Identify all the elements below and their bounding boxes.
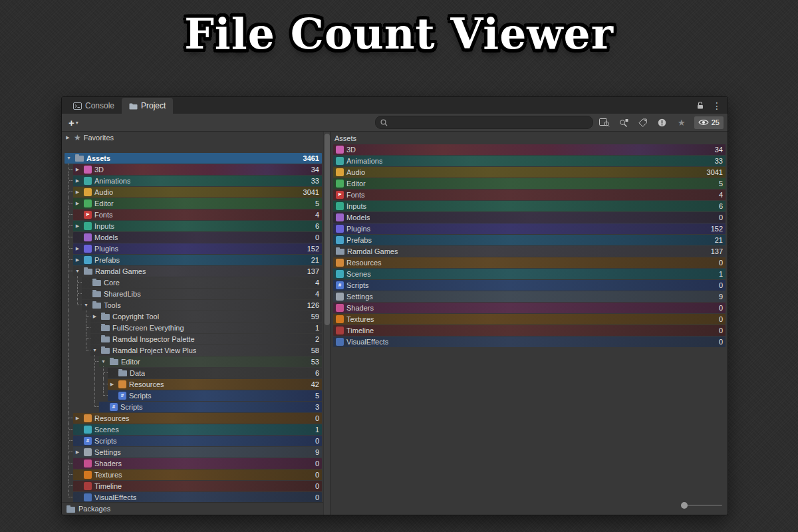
tree-item[interactable]: ▶3D34 [62, 164, 323, 175]
tree-item[interactable]: Models0 [62, 231, 323, 243]
tree-item[interactable]: ▼Editor53 [62, 356, 323, 367]
list-item[interactable]: Scenes1 [331, 268, 728, 279]
icon-size-slider[interactable] [681, 501, 722, 509]
expand-arrow-icon[interactable]: ▶ [65, 135, 71, 140]
kebab-menu-icon[interactable]: ⋮ [712, 101, 722, 110]
tree-item[interactable]: ▶Editor5 [62, 198, 323, 209]
list-item[interactable]: Settings9 [331, 291, 728, 302]
list-item[interactable]: Plugins152 [331, 223, 728, 234]
tree-item[interactable]: ▶Copyright Tool59 [62, 311, 323, 322]
slider-track[interactable] [684, 505, 722, 506]
list-item[interactable]: Resources0 [331, 257, 728, 268]
scripts-icon: # [110, 403, 118, 411]
list-item[interactable]: Editor5 [331, 178, 728, 189]
expand-arrow-icon[interactable]: ▶ [108, 382, 116, 387]
tree-item[interactable]: #Scripts0 [62, 435, 323, 446]
tree-item-favorites[interactable]: ▶ ★ Favorites [62, 132, 323, 143]
slider-knob[interactable] [681, 502, 688, 509]
count-bar: Inputs6 [333, 201, 726, 211]
tree-item[interactable]: VisualEffects0 [62, 491, 323, 502]
expand-arrow-icon[interactable]: ▶ [74, 246, 81, 251]
tree-item[interactable]: ▶Inputs6 [62, 220, 323, 231]
tree-item[interactable]: ▼Tools126 [62, 299, 323, 311]
tab-project[interactable]: Project [122, 98, 173, 114]
tree-item[interactable]: ▶Resources42 [62, 378, 323, 390]
list-item[interactable]: Models0 [331, 211, 728, 223]
list-item[interactable]: Inputs6 [331, 200, 728, 211]
tree-item[interactable]: Data6 [62, 367, 323, 378]
folder-icon [92, 291, 101, 297]
tree-scrollbar[interactable] [323, 132, 331, 515]
list-item[interactable]: 3D34 [331, 144, 728, 155]
tree-item[interactable]: #Scripts5 [62, 390, 323, 401]
tree-item[interactable]: Scenes1 [62, 424, 323, 435]
expand-arrow-icon[interactable]: ▶ [91, 314, 98, 319]
tree-item[interactable]: FullScreen Everything1 [62, 322, 323, 333]
tree-item[interactable]: Core4 [62, 277, 323, 288]
tree-item-packages[interactable]: Packages [62, 502, 323, 515]
tree-item[interactable]: ▶Plugins152 [62, 243, 323, 254]
expand-arrow-icon[interactable]: ▶ [74, 190, 81, 195]
list-item[interactable]: Timeline0 [331, 325, 728, 336]
resources-icon [84, 414, 92, 422]
plugins-icon [336, 225, 344, 233]
animations-icon [84, 177, 92, 185]
tree-item[interactable]: Ramdal Inspector Palette2 [62, 333, 323, 344]
list-item[interactable]: FFonts4 [331, 189, 728, 200]
count-bar: ▶Plugins152 [73, 243, 322, 254]
collapse-arrow-icon[interactable]: ▼ [91, 348, 98, 352]
tree-guide [99, 367, 108, 378]
expand-arrow-icon[interactable]: ▶ [74, 201, 81, 206]
tree-item[interactable]: ▶Audio3041 [62, 186, 323, 198]
tree-item[interactable]: Shaders0 [62, 458, 323, 469]
expand-arrow-icon[interactable]: ▶ [74, 416, 81, 421]
file-count-badge: 21 [307, 256, 319, 264]
list-item[interactable]: Shaders0 [331, 302, 728, 313]
list-item[interactable]: #Scripts0 [331, 279, 728, 291]
file-count-eye-toggle[interactable]: 25 [694, 116, 724, 129]
collapse-arrow-icon[interactable]: ▼ [74, 269, 81, 273]
search-by-type-icon[interactable] [616, 116, 632, 129]
expand-arrow-icon[interactable]: ▶ [74, 450, 81, 455]
list-item[interactable]: Textures0 [331, 313, 728, 325]
open-in-search-icon[interactable] [597, 116, 612, 129]
file-count-badge: 33 [711, 157, 723, 165]
search-input[interactable] [390, 118, 588, 127]
list-item[interactable]: Animations33 [331, 155, 728, 166]
create-button[interactable]: + ▾ [66, 116, 81, 129]
tree-item[interactable]: ▼Ramdal Games137 [62, 265, 323, 277]
tree-item[interactable]: ▶Settings9 [62, 446, 323, 458]
folder-name: Ramdal Games [347, 247, 398, 255]
tree-item[interactable]: ▶Resources0 [62, 412, 323, 424]
list-item[interactable]: Prefabs21 [331, 234, 728, 245]
list-item[interactable]: VisualEffects0 [331, 336, 728, 347]
tree-item[interactable]: FFonts4 [62, 209, 323, 220]
tree-item[interactable]: Textures0 [62, 469, 323, 480]
collapse-arrow-icon[interactable]: ▼ [65, 156, 72, 160]
list-item[interactable]: Ramdal Games137 [331, 245, 728, 257]
hidden-packages-icon[interactable] [654, 116, 670, 129]
count-bar: ▶Animations33 [73, 176, 322, 186]
expand-arrow-icon[interactable]: ▶ [74, 257, 81, 263]
collapse-arrow-icon[interactable]: ▼ [82, 303, 90, 307]
tab-console[interactable]: Console [66, 98, 122, 114]
folder-name: Settings [94, 448, 121, 456]
tree-item[interactable]: ▼Assets3461 [62, 152, 323, 164]
list-item[interactable]: Audio3041 [331, 166, 728, 178]
tree-item[interactable]: ▶Animations33 [62, 175, 323, 186]
tree-item[interactable]: Timeline0 [62, 480, 323, 491]
tree-item[interactable]: ▼Ramdal Project View Plus58 [62, 344, 323, 356]
search-by-label-icon[interactable] [635, 116, 651, 129]
favorites-label: Favorites [84, 134, 114, 142]
scrollbar-thumb[interactable] [325, 134, 330, 325]
expand-arrow-icon[interactable]: ▶ [74, 178, 81, 184]
collapse-arrow-icon[interactable]: ▼ [100, 359, 107, 364]
tree-item[interactable]: #Scripts3 [62, 401, 323, 412]
search-field[interactable] [375, 116, 593, 129]
lock-icon[interactable] [696, 101, 704, 110]
expand-arrow-icon[interactable]: ▶ [74, 223, 81, 229]
expand-arrow-icon[interactable]: ▶ [74, 167, 81, 172]
tree-item[interactable]: SharedLibs4 [62, 288, 323, 299]
tree-item[interactable]: ▶Prefabs21 [62, 254, 323, 265]
save-search-star-icon[interactable]: ★ [674, 116, 690, 129]
